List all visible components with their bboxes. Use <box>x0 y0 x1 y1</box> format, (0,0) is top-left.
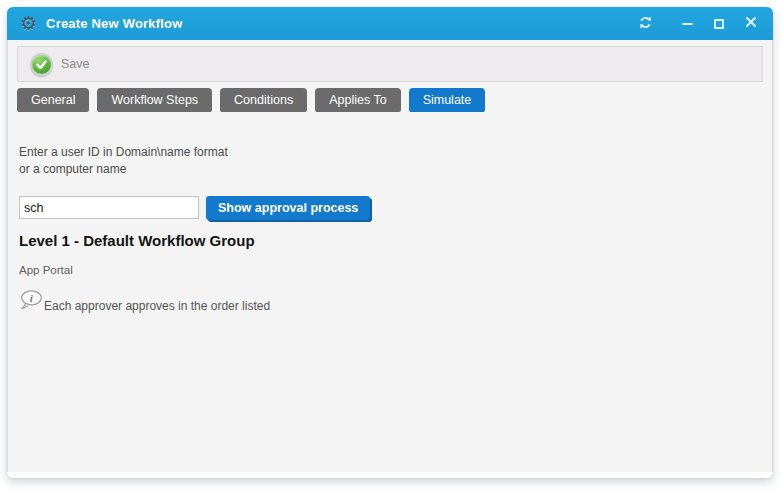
save-button-label: Save <box>61 57 90 71</box>
user-id-input[interactable] <box>19 196 199 219</box>
approver-group-name: App Portal <box>19 264 762 276</box>
tab-general[interactable]: General <box>17 88 89 112</box>
minimize-button[interactable] <box>678 14 696 34</box>
refresh-button[interactable] <box>636 14 654 34</box>
green-checkmark-circle-icon <box>30 53 53 76</box>
tab-conditions[interactable]: Conditions <box>220 88 307 112</box>
close-icon <box>745 16 757 31</box>
info-note-text: Each approver approves in the order list… <box>44 299 270 313</box>
instruction-line-1: Enter a user ID in Domain\name format <box>19 144 762 161</box>
toolbar: Save <box>17 46 763 82</box>
window-controls <box>636 14 760 34</box>
app-gear-icon: ⚙ <box>20 14 37 33</box>
screen-background: ⚙ Create New Workflow <box>0 0 782 491</box>
tab-simulate[interactable]: Simulate <box>409 88 486 112</box>
create-new-workflow-window: ⚙ Create New Workflow <box>7 7 773 478</box>
window-title: Create New Workflow <box>46 16 182 31</box>
refresh-icon <box>638 15 653 33</box>
instruction-line-2: or a computer name <box>19 161 762 178</box>
info-note-row: i Each approver approves in the order li… <box>19 289 762 311</box>
titlebar[interactable]: ⚙ Create New Workflow <box>7 7 773 40</box>
maximize-icon <box>714 19 724 29</box>
simulate-input-row: Show approval process <box>19 196 762 220</box>
tab-workflow-steps[interactable]: Workflow Steps <box>97 88 212 112</box>
tab-bar: General Workflow Steps Conditions Applie… <box>17 88 772 112</box>
client-area: Save General Workflow Steps Conditions A… <box>7 40 773 472</box>
info-speech-bubble-icon: i <box>19 289 43 311</box>
level-heading: Level 1 - Default Workflow Group <box>19 232 762 249</box>
close-button[interactable] <box>742 14 760 34</box>
save-button[interactable]: Save <box>26 51 94 78</box>
maximize-button[interactable] <box>710 14 728 34</box>
instruction-text: Enter a user ID in Domain\name format or… <box>19 144 762 178</box>
simulate-tab-panel: Enter a user ID in Domain\name format or… <box>8 112 772 472</box>
show-approval-process-button[interactable]: Show approval process <box>206 196 370 220</box>
minimize-icon <box>682 23 693 25</box>
tab-applies-to[interactable]: Applies To <box>315 88 400 112</box>
